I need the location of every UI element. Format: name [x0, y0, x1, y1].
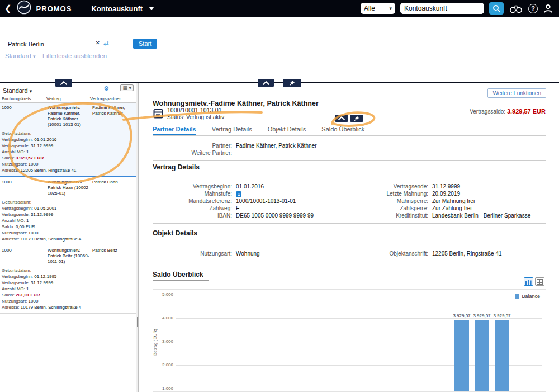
column-header-vertrag[interactable]: Vertrag	[46, 96, 90, 101]
section-saldo-ueberblick: Saldo Überblick	[153, 271, 209, 281]
help-icon[interactable]: ?	[528, 4, 538, 13]
detail-field-value: 12205 Berlin, Ringstraße 41	[432, 250, 502, 257]
chart-gridline	[176, 318, 542, 319]
row-field-label: Vertragsende:	[2, 280, 30, 285]
collapse-header-button[interactable]	[258, 79, 274, 87]
list-variant-select[interactable]: Standard ▾	[3, 87, 32, 94]
tab-partner-details[interactable]: Partner Details	[153, 126, 196, 135]
row-field: Anzahl MO: 1	[2, 286, 134, 292]
contract-status: Status: Vertrag ist aktiv	[167, 114, 224, 120]
vertragsnummer-input[interactable]	[5, 69, 109, 78]
row-vertrag: Wohnungsmietv.-Patrick Beitz (10069-1011…	[48, 248, 91, 265]
view-switch-control[interactable]: ▦ ▾	[120, 84, 134, 91]
chart-view-button[interactable]	[524, 277, 533, 286]
clear-search-icon[interactable]: ✕	[96, 40, 100, 46]
pin-detail-button[interactable]	[350, 115, 363, 122]
detail-field-label: Mahnstufe:	[153, 190, 232, 197]
quick-search-input[interactable]	[5, 39, 110, 49]
row-field-value: 01.12.1995	[34, 274, 56, 279]
row-partner: Fadime Käthner, Patrick Käthner	[92, 105, 134, 127]
row-field-value: 01.05.2001	[34, 206, 56, 211]
tab-vertrag-details[interactable]: Vertrag Details	[212, 126, 252, 135]
detail-field-label: Zahlsperre:	[349, 205, 428, 212]
global-search-input[interactable]	[400, 3, 484, 14]
variant-label: Standard	[5, 53, 31, 59]
row-field-value: 261,01 EUR	[16, 292, 40, 297]
detail-field-value: E	[236, 205, 240, 212]
row-field-value: 3.929,57 EUR	[16, 155, 44, 160]
start-button[interactable]: Start	[133, 39, 157, 49]
status-value: Vertrag ist aktiv	[186, 114, 224, 120]
detail-field-value: DE65 1005 0000 9999 9999 99	[236, 212, 314, 219]
collapse-filterbar-button[interactable]	[55, 79, 72, 87]
module-dropdown-icon[interactable]	[149, 7, 154, 10]
refresh-icon[interactable]: ⇄	[103, 39, 109, 47]
row-field-value: 1	[26, 286, 29, 291]
search-icon	[492, 4, 500, 12]
app-window: ❮ PROMOS Kontoauskunft Alle ▾ ?	[0, 0, 559, 392]
tab-objekt-details[interactable]: Objekt Details	[268, 126, 306, 135]
row-field: Geburtsdatum:	[2, 130, 134, 136]
detail-field: Zahlsperre:Zur Zahlung frei	[349, 205, 542, 212]
row-field: Anzahl MO: 1	[2, 218, 134, 224]
row-field: Nutzungsart: 1000	[2, 298, 134, 304]
detail-field-label: Vertragsende:	[349, 183, 428, 190]
contract-row[interactable]: 1000Wohnungsmietv.-Fadime Käthner, Patri…	[0, 103, 136, 177]
chart-bar-label: 3.929,57	[451, 313, 473, 318]
hide-filterbar-link[interactable]: Filterleiste ausblenden	[42, 53, 107, 59]
row-buchungskreis: 1000	[2, 180, 46, 196]
splitter-grip[interactable]	[137, 317, 138, 327]
row-field-value: 0,00 EUR	[16, 224, 35, 229]
row-field-label: Vertragsende:	[2, 212, 30, 217]
binoculars-icon[interactable]	[509, 4, 523, 13]
row-field: Adresse: 10179 Berlin, Schillingstraße 4	[2, 304, 134, 310]
promos-logo-icon	[17, 0, 31, 17]
chevron-down-icon: ▾	[33, 54, 36, 59]
more-functions-button[interactable]: Weitere Funktionen	[487, 88, 546, 98]
chart-view-controls	[524, 277, 544, 286]
module-title[interactable]: Kontoauskunft	[91, 4, 143, 13]
variant-select[interactable]: Standard ▾	[5, 53, 35, 59]
detail-field-label: Nutzungsart:	[153, 250, 232, 257]
row-field-label: Nutzungsart:	[2, 162, 27, 167]
detail-field-value: Landesbank Berlin - Berliner Sparkasse	[432, 212, 530, 219]
objekt-left-fields: Nutzungsart:Wohnung	[153, 250, 345, 257]
search-button[interactable]	[489, 2, 504, 15]
row-field-label: Adresse:	[2, 168, 20, 173]
contract-icon	[153, 108, 164, 121]
row-field-value: 31.12.9999	[31, 143, 53, 148]
panel-splitter[interactable]	[136, 83, 139, 392]
vertragspartner-input[interactable]	[117, 69, 221, 78]
contract-row[interactable]: 1000Wohnungsmietv.-Patrick Beitz (10069-…	[0, 245, 136, 314]
row-field-label: Vertragsbeginn:	[2, 274, 33, 279]
detail-field-value: 01.01.2016	[236, 183, 264, 190]
back-button[interactable]: ❮	[4, 3, 12, 13]
settings-gear-icon[interactable]: ⚙	[103, 85, 109, 92]
scope-value: Alle	[364, 4, 375, 12]
detail-field-label: Letzte Mahnung:	[349, 190, 428, 197]
contract-row[interactable]: 1000Wohnungsmietv.-Patrick Haan (10002-1…	[0, 177, 136, 245]
detail-field: Nutzungsart:Wohnung	[153, 250, 345, 257]
table-view-button[interactable]	[535, 277, 544, 286]
chart-ytick: 3.000	[155, 339, 173, 344]
mietobjekt-input[interactable]	[230, 69, 334, 78]
row-partner: Patrick Haan	[92, 180, 134, 196]
column-header-vertragspartner[interactable]: Vertragspartner	[90, 96, 134, 101]
detail-field: Partner:Fadime Käthner, Patrick Käthner	[153, 142, 345, 149]
pin-icon	[354, 116, 359, 121]
scope-select[interactable]: Alle ▾	[361, 3, 395, 14]
row-field-label: Saldo:	[2, 155, 15, 160]
column-header-buchungskreis[interactable]: Buchungskreis	[2, 96, 46, 101]
tab-saldo-berblick[interactable]: Saldo Überblick	[321, 126, 364, 135]
chevron-up-icon	[60, 81, 67, 85]
pin-header-button[interactable]	[283, 79, 301, 87]
row-field-label: Adresse:	[2, 237, 20, 242]
detail-collapse-controls	[335, 115, 363, 122]
collapse-detail-button[interactable]	[335, 115, 348, 122]
bar-chart-icon	[525, 279, 532, 285]
chart-ytick: 1.000	[155, 386, 173, 391]
user-icon[interactable]	[543, 3, 553, 14]
row-field: Vertragsbeginn: 01.05.2001	[2, 205, 134, 211]
detail-field-label: Kreditinstitut:	[349, 212, 428, 219]
partner-fields: Partner:Fadime Käthner, Patrick KäthnerW…	[153, 142, 345, 157]
